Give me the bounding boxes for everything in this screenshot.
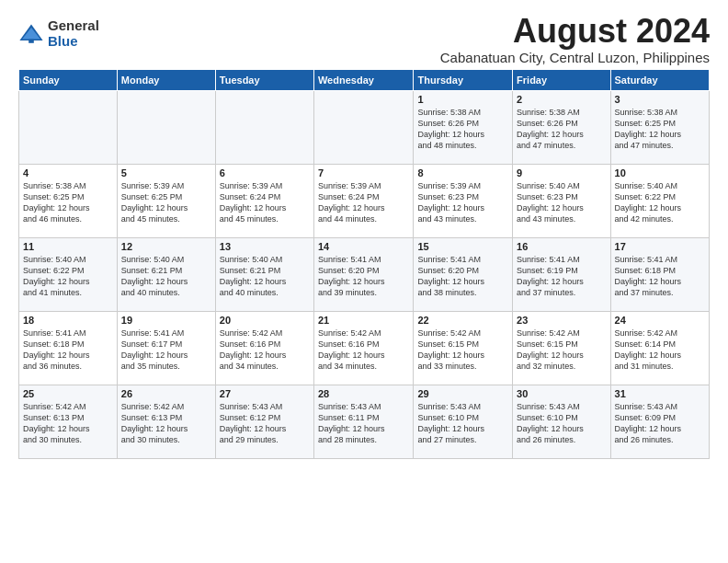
day-cell: [313, 91, 414, 165]
week-row-1: 1Sunrise: 5:38 AM Sunset: 6:26 PM Daylig…: [19, 91, 710, 165]
day-cell: 6Sunrise: 5:39 AM Sunset: 6:24 PM Daylig…: [215, 165, 313, 238]
day-cell: 9Sunrise: 5:40 AM Sunset: 6:23 PM Daylig…: [513, 165, 610, 238]
day-number: 9: [517, 167, 606, 178]
col-sunday: Sunday: [19, 70, 118, 91]
day-cell: 23Sunrise: 5:42 AM Sunset: 6:15 PM Dayli…: [513, 312, 610, 385]
week-row-4: 18Sunrise: 5:41 AM Sunset: 6:18 PM Dayli…: [19, 312, 710, 385]
col-thursday: Thursday: [414, 70, 513, 91]
day-cell: 20Sunrise: 5:42 AM Sunset: 6:16 PM Dayli…: [215, 312, 313, 385]
day-info: Sunrise: 5:42 AM Sunset: 6:15 PM Dayligh…: [517, 327, 606, 373]
day-number: 13: [220, 241, 310, 252]
day-cell: 15Sunrise: 5:41 AM Sunset: 6:20 PM Dayli…: [414, 238, 513, 312]
day-cell: 12Sunrise: 5:40 AM Sunset: 6:21 PM Dayli…: [117, 238, 215, 312]
day-cell: 28Sunrise: 5:43 AM Sunset: 6:11 PM Dayli…: [313, 385, 414, 459]
day-cell: 2Sunrise: 5:38 AM Sunset: 6:26 PM Daylig…: [513, 91, 610, 165]
day-info: Sunrise: 5:41 AM Sunset: 6:19 PM Dayligh…: [517, 254, 606, 299]
day-info: Sunrise: 5:42 AM Sunset: 6:13 PM Dayligh…: [23, 401, 113, 446]
day-number: 12: [121, 241, 211, 252]
week-row-2: 4Sunrise: 5:38 AM Sunset: 6:25 PM Daylig…: [19, 165, 710, 238]
week-row-5: 25Sunrise: 5:42 AM Sunset: 6:13 PM Dayli…: [19, 385, 710, 459]
col-wednesday: Wednesday: [313, 70, 414, 91]
day-info: Sunrise: 5:40 AM Sunset: 6:22 PM Dayligh…: [23, 254, 113, 299]
day-cell: 26Sunrise: 5:42 AM Sunset: 6:13 PM Dayli…: [117, 385, 215, 459]
day-number: 15: [417, 241, 508, 252]
day-info: Sunrise: 5:41 AM Sunset: 6:17 PM Dayligh…: [121, 327, 211, 373]
title-block: August 2024 Cabanatuan City, Central Luz…: [440, 15, 710, 65]
day-number: 5: [121, 167, 211, 178]
day-cell: 17Sunrise: 5:41 AM Sunset: 6:18 PM Dayli…: [610, 238, 709, 312]
day-number: 26: [121, 388, 211, 399]
day-info: Sunrise: 5:41 AM Sunset: 6:20 PM Dayligh…: [417, 254, 508, 299]
day-cell: 16Sunrise: 5:41 AM Sunset: 6:19 PM Dayli…: [513, 238, 610, 312]
page-container: General Blue August 2024 Cabanatuan City…: [0, 0, 728, 468]
day-info: Sunrise: 5:40 AM Sunset: 6:21 PM Dayligh…: [121, 254, 211, 299]
day-cell: 5Sunrise: 5:39 AM Sunset: 6:25 PM Daylig…: [117, 165, 215, 238]
logo: General Blue: [18, 18, 99, 49]
day-cell: 18Sunrise: 5:41 AM Sunset: 6:18 PM Dayli…: [19, 312, 118, 385]
day-cell: 27Sunrise: 5:43 AM Sunset: 6:12 PM Dayli…: [215, 385, 313, 459]
day-info: Sunrise: 5:43 AM Sunset: 6:10 PM Dayligh…: [417, 401, 508, 446]
day-number: 23: [517, 315, 606, 326]
day-cell: 3Sunrise: 5:38 AM Sunset: 6:25 PM Daylig…: [610, 91, 709, 165]
day-info: Sunrise: 5:38 AM Sunset: 6:25 PM Dayligh…: [23, 180, 113, 225]
day-info: Sunrise: 5:40 AM Sunset: 6:22 PM Dayligh…: [615, 180, 705, 225]
day-cell: [117, 91, 215, 165]
day-cell: 10Sunrise: 5:40 AM Sunset: 6:22 PM Dayli…: [610, 165, 709, 238]
day-info: Sunrise: 5:43 AM Sunset: 6:10 PM Dayligh…: [517, 401, 606, 446]
day-info: Sunrise: 5:43 AM Sunset: 6:09 PM Dayligh…: [615, 401, 705, 446]
day-number: 10: [615, 167, 705, 178]
day-number: 27: [220, 388, 310, 399]
day-number: 11: [23, 241, 113, 252]
day-info: Sunrise: 5:39 AM Sunset: 6:25 PM Dayligh…: [121, 180, 211, 225]
logo-blue: Blue: [48, 34, 99, 50]
day-cell: [215, 91, 313, 165]
day-info: Sunrise: 5:38 AM Sunset: 6:26 PM Dayligh…: [517, 107, 606, 152]
day-info: Sunrise: 5:40 AM Sunset: 6:21 PM Dayligh…: [220, 254, 310, 299]
week-row-3: 11Sunrise: 5:40 AM Sunset: 6:22 PM Dayli…: [19, 238, 710, 312]
day-number: 25: [23, 388, 113, 399]
day-info: Sunrise: 5:42 AM Sunset: 6:14 PM Dayligh…: [615, 327, 705, 373]
day-number: 31: [615, 388, 705, 399]
day-cell: 31Sunrise: 5:43 AM Sunset: 6:09 PM Dayli…: [610, 385, 709, 459]
day-number: 3: [615, 94, 705, 105]
day-number: 20: [220, 315, 310, 326]
day-info: Sunrise: 5:40 AM Sunset: 6:23 PM Dayligh…: [517, 180, 606, 225]
day-info: Sunrise: 5:39 AM Sunset: 6:24 PM Dayligh…: [318, 180, 410, 225]
col-friday: Friday: [513, 70, 610, 91]
day-info: Sunrise: 5:41 AM Sunset: 6:18 PM Dayligh…: [23, 327, 113, 373]
day-info: Sunrise: 5:42 AM Sunset: 6:16 PM Dayligh…: [318, 327, 410, 373]
day-info: Sunrise: 5:42 AM Sunset: 6:13 PM Dayligh…: [121, 401, 211, 446]
day-cell: 30Sunrise: 5:43 AM Sunset: 6:10 PM Dayli…: [513, 385, 610, 459]
day-info: Sunrise: 5:38 AM Sunset: 6:25 PM Dayligh…: [615, 107, 705, 152]
header: General Blue August 2024 Cabanatuan City…: [18, 15, 710, 65]
day-number: 1: [417, 94, 508, 105]
day-number: 30: [517, 388, 606, 399]
day-number: 4: [23, 167, 113, 178]
day-cell: 11Sunrise: 5:40 AM Sunset: 6:22 PM Dayli…: [19, 238, 118, 312]
day-number: 19: [121, 315, 211, 326]
day-number: 22: [417, 315, 508, 326]
day-info: Sunrise: 5:43 AM Sunset: 6:12 PM Dayligh…: [220, 401, 310, 446]
col-monday: Monday: [117, 70, 215, 91]
day-number: 28: [318, 388, 410, 399]
day-info: Sunrise: 5:39 AM Sunset: 6:23 PM Dayligh…: [417, 180, 508, 225]
day-info: Sunrise: 5:39 AM Sunset: 6:24 PM Dayligh…: [220, 180, 310, 225]
day-number: 21: [318, 315, 410, 326]
logo-icon: [18, 21, 44, 47]
day-cell: 1Sunrise: 5:38 AM Sunset: 6:26 PM Daylig…: [414, 91, 513, 165]
day-cell: 21Sunrise: 5:42 AM Sunset: 6:16 PM Dayli…: [313, 312, 414, 385]
day-cell: 19Sunrise: 5:41 AM Sunset: 6:17 PM Dayli…: [117, 312, 215, 385]
col-tuesday: Tuesday: [215, 70, 313, 91]
day-cell: 4Sunrise: 5:38 AM Sunset: 6:25 PM Daylig…: [19, 165, 118, 238]
calendar-table: Sunday Monday Tuesday Wednesday Thursday…: [18, 69, 710, 459]
day-number: 7: [318, 167, 410, 178]
logo-text: General Blue: [48, 18, 99, 49]
day-info: Sunrise: 5:38 AM Sunset: 6:26 PM Dayligh…: [417, 107, 508, 152]
day-cell: 25Sunrise: 5:42 AM Sunset: 6:13 PM Dayli…: [19, 385, 118, 459]
day-number: 17: [615, 241, 705, 252]
col-saturday: Saturday: [610, 70, 709, 91]
logo-general: General: [48, 18, 99, 34]
day-number: 16: [517, 241, 606, 252]
day-cell: 8Sunrise: 5:39 AM Sunset: 6:23 PM Daylig…: [414, 165, 513, 238]
day-cell: 13Sunrise: 5:40 AM Sunset: 6:21 PM Dayli…: [215, 238, 313, 312]
